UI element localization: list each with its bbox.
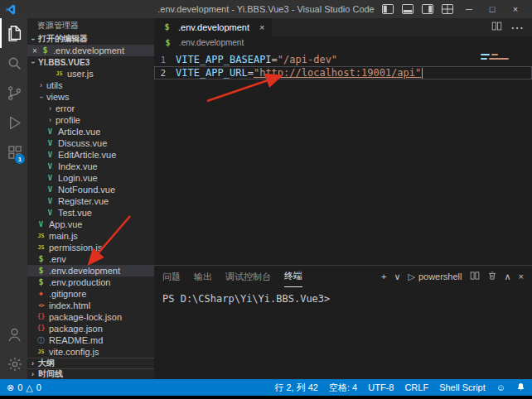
extensions-icon[interactable]: 1 xyxy=(0,137,27,167)
customize-layout-icon[interactable] xyxy=(438,0,457,18)
panel-tab-调试控制台[interactable]: 调试控制台 xyxy=(225,266,271,287)
file-label: README.md xyxy=(49,335,103,345)
js-file-icon: JS xyxy=(36,245,46,251)
file-label: .env.development xyxy=(49,266,120,276)
notifications-bell-icon[interactable] xyxy=(516,382,525,393)
file-label: main.js xyxy=(49,231,78,241)
encoding[interactable]: UTF-8 xyxy=(368,382,394,392)
extensions-badge: 1 xyxy=(15,154,25,164)
tree-item-Index.vue[interactable]: VIndex.vue xyxy=(27,161,154,172)
panel-tab-终端[interactable]: 终端 xyxy=(284,266,302,287)
tree-item-Register.vue[interactable]: VRegister.vue xyxy=(27,195,154,207)
tree-item-Article.vue[interactable]: VArticle.vue xyxy=(27,126,154,137)
tree-item-profile[interactable]: ›profile xyxy=(27,114,154,126)
code-line-1[interactable]: 1VITE_APP_BASEAPI="/api-dev" xyxy=(154,53,532,66)
tree-item-.gitignore[interactable]: ◆.gitignore xyxy=(27,288,154,300)
tree-item-App.vue[interactable]: VApp.vue xyxy=(27,219,154,230)
panel-tab-输出[interactable]: 输出 xyxy=(194,266,212,287)
account-icon[interactable] xyxy=(0,320,27,349)
timeline-section[interactable]: › 时间线 xyxy=(27,368,154,379)
tree-item-main.js[interactable]: JSmain.js xyxy=(27,230,154,242)
tree-item-views[interactable]: ›views xyxy=(27,91,154,103)
tree-item-EditArticle.vue[interactable]: VEditArticle.vue xyxy=(27,149,154,161)
tree-item-README.md[interactable]: ⓘREADME.md xyxy=(27,334,154,346)
run-debug-icon[interactable] xyxy=(0,108,27,137)
close-editor-icon[interactable]: × xyxy=(30,46,40,55)
vue-file-icon: V xyxy=(45,198,56,205)
chevron-down-icon: › xyxy=(29,57,36,68)
explorer-icon[interactable] xyxy=(0,18,27,48)
indentation[interactable]: 空格: 4 xyxy=(329,382,357,394)
tree-item-utils[interactable]: ›utils xyxy=(27,79,154,91)
eol-sequence[interactable]: CRLF xyxy=(404,382,428,392)
split-terminal-icon[interactable] xyxy=(470,271,480,282)
tree-item-NotFound.vue[interactable]: VNotFound.vue xyxy=(27,184,154,195)
tree-item-.env.production[interactable]: $.env.production xyxy=(27,276,154,288)
tree-item-Login.vue[interactable]: VLogin.vue xyxy=(27,172,154,184)
tab-env-development[interactable]: $ .env.development × xyxy=(154,18,272,36)
tree-item-permission.js[interactable]: JSpermission.js xyxy=(27,242,154,253)
close-tab-icon[interactable]: × xyxy=(259,22,264,32)
maximize-button[interactable]: □ xyxy=(481,0,504,18)
file-label: .env.production xyxy=(49,277,110,287)
js-file-icon: JS xyxy=(36,349,46,355)
open-editor-item[interactable]: × $ .env.development xyxy=(27,45,154,56)
panel-tab-问题[interactable]: 问题 xyxy=(162,266,181,287)
chevron-down-icon[interactable]: ∨ xyxy=(394,272,400,281)
outline-section[interactable]: › 大纲 xyxy=(27,358,154,368)
close-panel-icon[interactable]: × xyxy=(519,272,524,281)
toggle-panel-icon[interactable] xyxy=(398,0,418,18)
code-line-2[interactable]: 2VITE_APP_URL="http://localhost:19001/ap… xyxy=(154,66,532,79)
close-button[interactable]: × xyxy=(504,0,527,18)
tree-item-vite.config.js[interactable]: JSvite.config.js xyxy=(27,346,154,358)
terminal[interactable]: PS D:\CSharp\Yi\Yi.BBS.Vue3> xyxy=(154,287,532,379)
file-label: profile xyxy=(56,115,80,125)
tree-item-.env.development[interactable]: $.env.development xyxy=(27,265,154,276)
env-variable-value: "http://localhost:19001/api" xyxy=(254,67,421,79)
open-editors-header[interactable]: › 打开的编辑器 xyxy=(27,33,154,45)
chevron-right-icon: › xyxy=(27,371,38,378)
cursor-position[interactable]: 行 2, 列 42 xyxy=(274,382,318,394)
chevron-right-icon: › xyxy=(45,105,56,113)
toggle-secondary-sidebar-icon[interactable] xyxy=(418,0,438,18)
file-label: index.html xyxy=(49,300,90,310)
vscode-logo-icon xyxy=(5,4,16,15)
toggle-sidebar-icon[interactable] xyxy=(378,0,398,18)
minimize-button[interactable]: ─ xyxy=(457,0,481,18)
breadcrumb[interactable]: $ .env.development xyxy=(154,36,532,49)
search-icon[interactable] xyxy=(0,48,27,78)
chevron-down-icon: › xyxy=(37,92,45,103)
json-file-icon: {} xyxy=(36,325,46,332)
html-file-icon: <> xyxy=(36,303,46,309)
code-editor[interactable]: 1VITE_APP_BASEAPI="/api-dev"2VITE_APP_UR… xyxy=(154,49,532,265)
more-actions-icon[interactable]: ⋯ xyxy=(510,20,524,36)
tree-item-.env[interactable]: $.env xyxy=(27,253,154,265)
kill-terminal-icon[interactable] xyxy=(487,271,497,282)
file-label: Login.vue xyxy=(58,173,98,183)
tree-item-error[interactable]: ›error xyxy=(27,103,154,114)
file-label: EditArticle.vue xyxy=(58,150,116,160)
project-header[interactable]: › YI.BBS.VUE3 xyxy=(27,56,154,68)
split-editor-icon[interactable] xyxy=(491,20,502,35)
settings-gear-icon[interactable] xyxy=(0,349,27,379)
tree-item-Discuss.vue[interactable]: VDiscuss.vue xyxy=(27,137,154,149)
chevron-right-icon: › xyxy=(45,117,56,124)
terminal-shell-selector[interactable]: ▷ powershell xyxy=(408,272,462,282)
env-file-icon: $ xyxy=(162,23,172,31)
new-terminal-icon[interactable]: + xyxy=(381,272,386,281)
tree-item-Test.vue[interactable]: VTest.vue xyxy=(27,207,154,219)
vue-file-icon: V xyxy=(45,128,56,136)
tree-item-package-lock.json[interactable]: {}package-lock.json xyxy=(27,311,154,323)
tree-item-index.html[interactable]: <>index.html xyxy=(27,300,154,311)
feedback-smiley-icon[interactable]: ☺ xyxy=(496,382,505,392)
minimap[interactable] xyxy=(481,54,522,62)
problems-status[interactable]: ⊗ 0 △ 0 xyxy=(7,382,41,393)
tree-item-user.js[interactable]: JSuser.js xyxy=(27,68,154,79)
maximize-panel-icon[interactable]: ∧ xyxy=(505,272,511,281)
vue-file-icon: V xyxy=(45,175,56,182)
file-label: .env xyxy=(49,254,66,264)
tree-item-package.json[interactable]: {}package.json xyxy=(27,323,154,334)
title-bar: .env.development - Yi.BBS.Vue3 - Visual … xyxy=(0,0,532,18)
language-mode[interactable]: Shell Script xyxy=(439,382,486,392)
source-control-icon[interactable] xyxy=(0,78,27,108)
